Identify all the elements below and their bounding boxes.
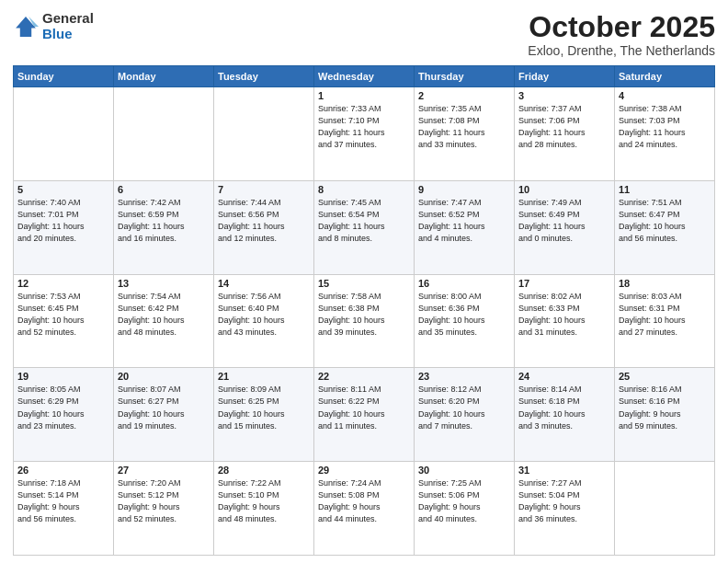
day-number: 10 — [518, 184, 610, 195]
calendar-cell: 19Sunrise: 8:05 AM Sunset: 6:29 PM Dayli… — [14, 368, 114, 462]
calendar-cell: 25Sunrise: 8:16 AM Sunset: 6:16 PM Dayli… — [615, 368, 715, 462]
calendar-cell: 14Sunrise: 7:56 AM Sunset: 6:40 PM Dayli… — [214, 274, 314, 368]
logo-icon — [13, 14, 39, 40]
day-info: Sunrise: 7:58 AM Sunset: 6:38 PM Dayligh… — [318, 291, 410, 339]
calendar-cell: 12Sunrise: 7:53 AM Sunset: 6:45 PM Dayli… — [14, 274, 114, 368]
day-info: Sunrise: 7:56 AM Sunset: 6:40 PM Dayligh… — [218, 291, 310, 339]
day-number: 18 — [619, 278, 711, 289]
day-info: Sunrise: 7:38 AM Sunset: 7:03 PM Dayligh… — [619, 103, 711, 151]
day-info: Sunrise: 8:00 AM Sunset: 6:36 PM Dayligh… — [418, 291, 510, 339]
day-number: 15 — [318, 278, 410, 289]
calendar-cell: 9Sunrise: 7:47 AM Sunset: 6:52 PM Daylig… — [415, 180, 515, 274]
calendar-cell: 16Sunrise: 8:00 AM Sunset: 6:36 PM Dayli… — [415, 274, 515, 368]
calendar-cell: 6Sunrise: 7:42 AM Sunset: 6:59 PM Daylig… — [114, 180, 214, 274]
logo: General Blue — [13, 11, 94, 41]
week-row-1: 1Sunrise: 7:33 AM Sunset: 7:10 PM Daylig… — [14, 87, 715, 181]
calendar-cell: 29Sunrise: 7:24 AM Sunset: 5:08 PM Dayli… — [314, 462, 415, 556]
day-info: Sunrise: 7:51 AM Sunset: 6:47 PM Dayligh… — [619, 197, 711, 245]
day-info: Sunrise: 8:16 AM Sunset: 6:16 PM Dayligh… — [619, 384, 711, 431]
day-number: 11 — [619, 184, 711, 195]
title-month: October 2025 — [528, 11, 715, 43]
col-friday: Friday — [515, 66, 615, 87]
day-number: 21 — [218, 371, 310, 382]
day-number: 2 — [418, 90, 510, 101]
calendar-cell: 8Sunrise: 7:45 AM Sunset: 6:54 PM Daylig… — [314, 180, 415, 274]
week-row-2: 5Sunrise: 7:40 AM Sunset: 7:01 PM Daylig… — [14, 180, 715, 274]
day-info: Sunrise: 8:02 AM Sunset: 6:33 PM Dayligh… — [518, 291, 610, 339]
svg-marker-0 — [16, 17, 36, 37]
title-block: October 2025 Exloo, Drenthe, The Netherl… — [528, 11, 715, 58]
day-info: Sunrise: 8:11 AM Sunset: 6:22 PM Dayligh… — [318, 384, 410, 431]
calendar-cell: 13Sunrise: 7:54 AM Sunset: 6:42 PM Dayli… — [114, 274, 214, 368]
title-location: Exloo, Drenthe, The Netherlands — [528, 43, 715, 58]
calendar-cell: 1Sunrise: 7:33 AM Sunset: 7:10 PM Daylig… — [314, 87, 415, 181]
calendar-cell: 10Sunrise: 7:49 AM Sunset: 6:49 PM Dayli… — [515, 180, 615, 274]
day-info: Sunrise: 8:03 AM Sunset: 6:31 PM Dayligh… — [619, 291, 711, 339]
calendar-cell — [214, 87, 314, 181]
day-number: 5 — [17, 184, 109, 195]
calendar-cell: 23Sunrise: 8:12 AM Sunset: 6:20 PM Dayli… — [415, 368, 515, 462]
calendar-cell: 17Sunrise: 8:02 AM Sunset: 6:33 PM Dayli… — [515, 274, 615, 368]
day-info: Sunrise: 7:18 AM Sunset: 5:14 PM Dayligh… — [17, 477, 109, 525]
logo-text: General Blue — [42, 11, 94, 41]
day-info: Sunrise: 7:54 AM Sunset: 6:42 PM Dayligh… — [118, 291, 210, 339]
calendar-cell — [114, 87, 214, 181]
day-number: 12 — [17, 278, 109, 289]
week-row-5: 26Sunrise: 7:18 AM Sunset: 5:14 PM Dayli… — [14, 462, 715, 556]
calendar-cell: 21Sunrise: 8:09 AM Sunset: 6:25 PM Dayli… — [214, 368, 314, 462]
day-number: 14 — [218, 278, 310, 289]
calendar-cell: 2Sunrise: 7:35 AM Sunset: 7:08 PM Daylig… — [415, 87, 515, 181]
calendar-cell: 30Sunrise: 7:25 AM Sunset: 5:06 PM Dayli… — [415, 462, 515, 556]
day-number: 17 — [518, 278, 610, 289]
day-info: Sunrise: 7:20 AM Sunset: 5:12 PM Dayligh… — [118, 477, 210, 525]
header: General Blue October 2025 Exloo, Drenthe… — [13, 11, 715, 58]
day-number: 4 — [619, 90, 711, 101]
day-number: 20 — [118, 371, 210, 382]
calendar-cell: 5Sunrise: 7:40 AM Sunset: 7:01 PM Daylig… — [14, 180, 114, 274]
day-info: Sunrise: 7:42 AM Sunset: 6:59 PM Dayligh… — [118, 197, 210, 245]
calendar-cell — [14, 87, 114, 181]
calendar-cell: 28Sunrise: 7:22 AM Sunset: 5:10 PM Dayli… — [214, 462, 314, 556]
day-number: 26 — [17, 465, 109, 476]
day-info: Sunrise: 7:22 AM Sunset: 5:10 PM Dayligh… — [218, 477, 310, 525]
day-info: Sunrise: 8:12 AM Sunset: 6:20 PM Dayligh… — [418, 384, 510, 431]
day-number: 13 — [118, 278, 210, 289]
day-info: Sunrise: 7:49 AM Sunset: 6:49 PM Dayligh… — [518, 197, 610, 245]
day-number: 30 — [418, 465, 510, 476]
col-saturday: Saturday — [615, 66, 715, 87]
day-number: 19 — [17, 371, 109, 382]
day-info: Sunrise: 7:33 AM Sunset: 7:10 PM Dayligh… — [318, 103, 410, 151]
calendar-cell: 24Sunrise: 8:14 AM Sunset: 6:18 PM Dayli… — [515, 368, 615, 462]
calendar-cell: 31Sunrise: 7:27 AM Sunset: 5:04 PM Dayli… — [515, 462, 615, 556]
day-info: Sunrise: 8:14 AM Sunset: 6:18 PM Dayligh… — [518, 384, 610, 431]
day-info: Sunrise: 7:44 AM Sunset: 6:56 PM Dayligh… — [218, 197, 310, 245]
day-number: 6 — [118, 184, 210, 195]
calendar-cell: 18Sunrise: 8:03 AM Sunset: 6:31 PM Dayli… — [615, 274, 715, 368]
day-number: 25 — [619, 371, 711, 382]
day-info: Sunrise: 8:09 AM Sunset: 6:25 PM Dayligh… — [218, 384, 310, 431]
day-info: Sunrise: 7:24 AM Sunset: 5:08 PM Dayligh… — [318, 477, 410, 525]
day-info: Sunrise: 8:05 AM Sunset: 6:29 PM Dayligh… — [17, 384, 109, 431]
logo-blue-text: Blue — [42, 27, 94, 42]
day-number: 29 — [318, 465, 410, 476]
day-info: Sunrise: 7:47 AM Sunset: 6:52 PM Dayligh… — [418, 197, 510, 245]
calendar-cell: 3Sunrise: 7:37 AM Sunset: 7:06 PM Daylig… — [515, 87, 615, 181]
day-info: Sunrise: 7:25 AM Sunset: 5:06 PM Dayligh… — [418, 477, 510, 525]
week-row-3: 12Sunrise: 7:53 AM Sunset: 6:45 PM Dayli… — [14, 274, 715, 368]
day-number: 23 — [418, 371, 510, 382]
calendar-header-row: Sunday Monday Tuesday Wednesday Thursday… — [14, 66, 715, 87]
col-monday: Monday — [114, 66, 214, 87]
calendar-cell: 22Sunrise: 8:11 AM Sunset: 6:22 PM Dayli… — [314, 368, 415, 462]
day-number: 7 — [218, 184, 310, 195]
day-info: Sunrise: 7:35 AM Sunset: 7:08 PM Dayligh… — [418, 103, 510, 151]
calendar-cell: 27Sunrise: 7:20 AM Sunset: 5:12 PM Dayli… — [114, 462, 214, 556]
calendar-cell: 26Sunrise: 7:18 AM Sunset: 5:14 PM Dayli… — [14, 462, 114, 556]
day-number: 31 — [518, 465, 610, 476]
col-tuesday: Tuesday — [214, 66, 314, 87]
day-number: 27 — [118, 465, 210, 476]
day-number: 22 — [318, 371, 410, 382]
calendar-table: Sunday Monday Tuesday Wednesday Thursday… — [13, 65, 715, 556]
day-info: Sunrise: 7:53 AM Sunset: 6:45 PM Dayligh… — [17, 291, 109, 339]
day-number: 9 — [418, 184, 510, 195]
col-wednesday: Wednesday — [314, 66, 415, 87]
